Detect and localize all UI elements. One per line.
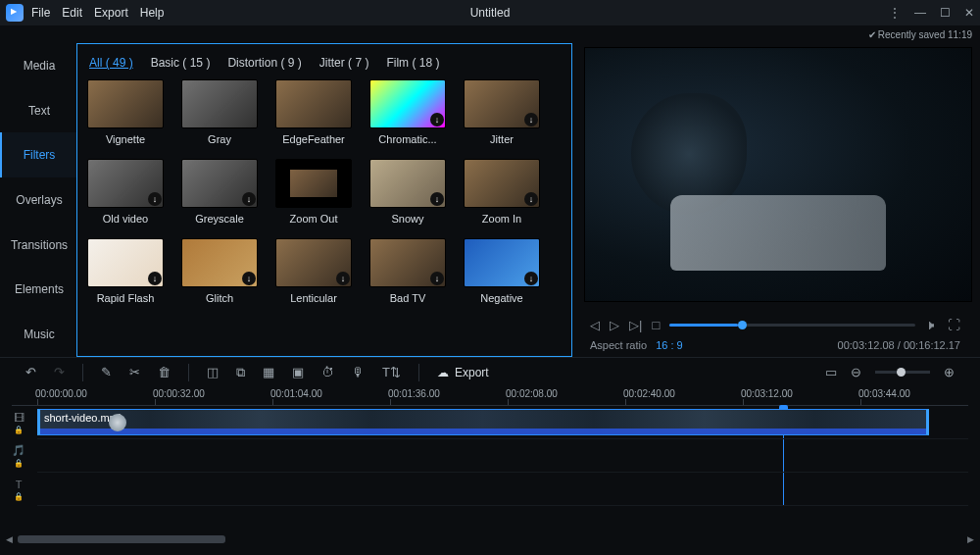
nav-item-elements[interactable]: Elements xyxy=(0,268,76,313)
lock-icon[interactable]: 🔒 xyxy=(14,492,24,501)
filter-thumb-label: Snowy xyxy=(369,213,446,225)
download-icon[interactable]: ↓ xyxy=(336,272,350,285)
download-icon[interactable]: ↓ xyxy=(148,192,162,206)
filter-thumb[interactable]: ↓Snowy xyxy=(369,159,446,225)
video-track[interactable]: short-video.mp4 xyxy=(37,406,968,439)
category-tab[interactable]: All ( 49 ) xyxy=(89,56,133,70)
download-icon[interactable]: ↓ xyxy=(524,192,538,206)
text-tool-icon[interactable]: T⇅ xyxy=(382,365,401,379)
more-icon[interactable]: ⋮ xyxy=(889,6,901,20)
split-icon[interactable]: ⧉ xyxy=(236,365,245,380)
filter-thumb[interactable]: Vignette xyxy=(87,79,164,145)
filter-grid[interactable]: VignetteGrayEdgeFeather↓Chromatic...↓Jit… xyxy=(87,79,567,346)
pen-icon[interactable]: ✎ xyxy=(101,365,112,379)
zoom-slider[interactable] xyxy=(875,371,930,374)
timeline-ruler[interactable]: 00:00:00.0000:00:32.0000:01:04.0000:01:3… xyxy=(12,386,968,406)
download-icon[interactable]: ↓ xyxy=(242,272,256,285)
ruler-label: 00:03:12.00 xyxy=(741,388,793,399)
filter-thumb-image: ↓ xyxy=(181,238,258,287)
download-icon[interactable]: ↓ xyxy=(430,113,444,126)
filter-browser: All ( 49 )Basic ( 15 )Distortion ( 9 )Ji… xyxy=(76,43,572,357)
next-frame-icon[interactable]: ▷| xyxy=(629,318,642,332)
filter-thumb-label: Rapid Flash xyxy=(87,292,164,304)
download-icon[interactable]: ↓ xyxy=(430,272,444,285)
text-track[interactable] xyxy=(37,473,968,506)
pip-icon[interactable]: ▣ xyxy=(292,365,304,379)
nav-item-text[interactable]: Text xyxy=(0,88,76,133)
download-icon[interactable]: ↓ xyxy=(524,272,538,285)
category-tab[interactable]: Jitter ( 7 ) xyxy=(319,56,369,70)
ruler-label: 00:01:36.00 xyxy=(388,388,440,399)
undo-icon[interactable]: ↶ xyxy=(25,365,36,379)
menu-export[interactable]: Export xyxy=(94,6,128,20)
aspect-ratio[interactable]: Aspect ratio 16 : 9 xyxy=(590,339,683,351)
seek-slider[interactable] xyxy=(669,324,915,327)
filter-thumb[interactable]: Zoom Out xyxy=(275,159,352,225)
mosaic-icon[interactable]: ▦ xyxy=(263,365,274,379)
scroll-left-icon[interactable]: ◀ xyxy=(6,534,13,544)
menu-edit[interactable]: Edit xyxy=(62,6,82,20)
nav-item-filters[interactable]: Filters xyxy=(0,132,76,177)
filter-thumb[interactable]: ↓Chromatic... xyxy=(369,79,446,145)
stop-icon[interactable]: □ xyxy=(652,318,660,332)
filter-thumb[interactable]: ↓Old video xyxy=(87,159,164,225)
nav-item-media[interactable]: Media xyxy=(0,43,76,88)
close-icon[interactable]: ✕ xyxy=(964,6,974,20)
nav-item-overlays[interactable]: Overlays xyxy=(0,177,76,223)
category-tab[interactable]: Basic ( 15 ) xyxy=(151,56,211,70)
filter-thumb[interactable]: ↓Jitter xyxy=(464,79,540,145)
download-icon[interactable]: ↓ xyxy=(524,113,538,126)
audio-track[interactable] xyxy=(37,439,968,473)
prev-frame-icon[interactable]: ◁ xyxy=(590,318,600,332)
lock-icon[interactable]: 🔒 xyxy=(14,426,24,434)
download-icon[interactable]: ↓ xyxy=(242,192,256,206)
play-icon[interactable]: ▷ xyxy=(610,318,619,332)
menu-help[interactable]: Help xyxy=(140,6,165,20)
video-track-icon: 🎞 xyxy=(14,412,24,424)
download-icon[interactable]: ↓ xyxy=(430,192,444,206)
filter-thumb[interactable]: ↓Zoom In xyxy=(464,159,540,225)
filter-thumb[interactable]: ↓Bad TV xyxy=(369,238,446,304)
filter-thumb[interactable]: ↓Negative xyxy=(464,238,540,304)
lock-icon[interactable]: 🔒 xyxy=(14,459,24,468)
filter-thumb[interactable]: Gray xyxy=(181,79,258,145)
filter-thumb[interactable]: EdgeFeather xyxy=(275,79,352,145)
filter-thumb[interactable]: ↓Lenticular xyxy=(275,238,352,304)
volume-icon[interactable]: 🕨 xyxy=(925,318,938,332)
zoom-out-icon[interactable]: ⊖ xyxy=(851,365,861,379)
nav-item-music[interactable]: Music xyxy=(0,312,76,357)
timeline-scrollbar[interactable]: ◀ ▶ xyxy=(18,535,962,543)
filter-thumb-image: ↓ xyxy=(369,159,446,208)
audio-strip xyxy=(40,429,926,434)
speed-icon[interactable]: ⏱ xyxy=(321,365,334,379)
timeline[interactable]: 00:00:00.0000:00:32.0000:01:04.0000:01:3… xyxy=(0,386,980,545)
category-tab[interactable]: Film ( 18 ) xyxy=(386,56,439,70)
minimize-icon[interactable]: — xyxy=(914,6,926,20)
filter-thumb[interactable]: ↓Greyscale xyxy=(181,159,258,225)
download-icon[interactable]: ↓ xyxy=(148,272,162,285)
scroll-right-icon[interactable]: ▶ xyxy=(967,534,974,544)
redo-icon[interactable]: ↷ xyxy=(54,365,65,379)
nav-item-transitions[interactable]: Transitions xyxy=(0,223,76,268)
export-button[interactable]: ☁ Export xyxy=(437,366,489,379)
saved-text: Recently saved 11:19 xyxy=(878,29,972,40)
filter-thumb[interactable]: ↓Rapid Flash xyxy=(87,238,164,304)
preview-video[interactable] xyxy=(584,47,972,302)
video-clip[interactable]: short-video.mp4 xyxy=(37,409,929,435)
scissors-icon[interactable]: ✂ xyxy=(129,365,140,379)
zoom-in-icon[interactable]: ⊕ xyxy=(944,365,955,379)
category-tab[interactable]: Distortion ( 9 ) xyxy=(227,56,301,70)
filter-thumb-label: Negative xyxy=(464,292,540,304)
delete-icon[interactable]: 🗑 xyxy=(158,365,171,379)
saved-check-icon: ✔ xyxy=(868,29,876,40)
mic-icon[interactable]: 🎙 xyxy=(352,365,365,379)
timeline-toolbar: ↶ ↷ ✎ ✂ 🗑 ◫ ⧉ ▦ ▣ ⏱ 🎙 T⇅ ☁ Export ▭ ⊖ ⊕ xyxy=(0,357,980,386)
scrollbar-thumb[interactable] xyxy=(18,535,225,543)
app-icon xyxy=(6,4,24,22)
crop-icon[interactable]: ◫ xyxy=(207,365,219,379)
fit-icon[interactable]: ▭ xyxy=(825,365,837,379)
fullscreen-icon[interactable]: ⛶ xyxy=(948,318,960,332)
menu-file[interactable]: File xyxy=(31,6,50,20)
filter-thumb[interactable]: ↓Glitch xyxy=(181,238,258,304)
maximize-icon[interactable]: ☐ xyxy=(940,6,951,20)
